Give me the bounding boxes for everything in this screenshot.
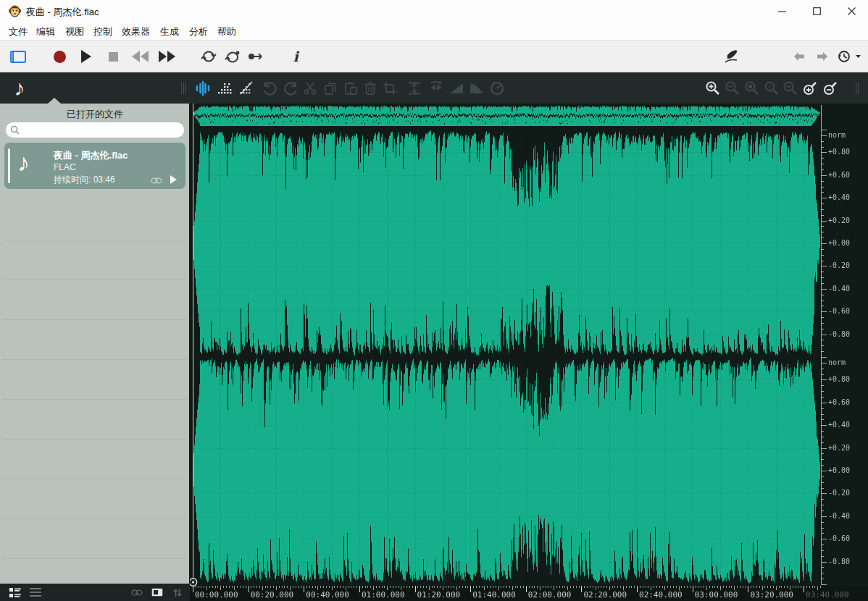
gain-icon [490,81,504,96]
zoom-selection-icon [744,80,759,96]
selection-mode-icon [10,51,26,63]
title-bar: 夜曲 - 周杰伦.flac [0,0,868,22]
redo-button[interactable] [281,72,301,104]
redo-icon [284,81,299,96]
history-icon [837,49,861,64]
record-button[interactable] [48,41,71,72]
amplitude-ruler-label: -0.80 [828,558,850,566]
minimize-button[interactable] [769,0,794,22]
time-ruler-label: 01:00.000 [362,590,405,600]
rewind-button[interactable] [127,41,153,72]
play-from-cursor-button[interactable] [244,41,267,72]
maximize-button[interactable] [804,0,829,22]
detail-view-button[interactable] [6,584,25,601]
arrow-left-icon [793,51,806,62]
file-name: 夜曲 - 周杰伦.flac [54,149,128,162]
history-button[interactable] [835,41,864,72]
arrow-right-icon [816,51,829,62]
tab-pointer [48,98,61,104]
detail-view-icon [9,588,21,597]
compact-view-button[interactable] [26,584,45,601]
paste-button[interactable] [341,72,361,104]
file-card[interactable]: ♪ 夜曲 - 周杰伦.flac FLAC 持续时间: 03:46 [4,143,185,189]
amplitude-ruler-label: +0.60 [828,398,850,406]
waveform-view-button[interactable] [193,72,213,104]
repeat-icon [201,50,217,63]
delete-button[interactable] [360,72,380,104]
selection-mode-button[interactable] [7,41,29,72]
stop-icon [109,52,118,62]
menu-generate[interactable]: 生成 [160,25,179,38]
spectrogram-off-button[interactable] [236,72,256,104]
amplitude-ruler-label: norm [828,358,846,366]
record-icon [54,51,66,63]
trim-button[interactable] [380,72,400,104]
zoom-out-button[interactable] [722,72,742,104]
zoom-selection-button[interactable] [741,72,761,104]
reverse-button[interactable] [426,72,446,104]
search-box[interactable] [6,122,184,138]
menu-effects[interactable]: 效果器 [122,25,150,38]
repeat-button[interactable] [197,41,220,72]
normalize-button[interactable] [404,72,425,104]
sort-files-button[interactable] [168,584,187,601]
fade-out-button[interactable] [467,72,487,104]
thumbnail-view-button[interactable] [148,584,167,601]
copy-icon [323,81,338,96]
fade-in-button[interactable] [446,72,467,104]
spectrogram-view-button[interactable] [214,72,235,104]
navigate-back-button[interactable] [788,41,810,72]
close-button[interactable] [839,0,864,22]
zoom-fit-button[interactable] [780,72,800,104]
menu-analyze[interactable]: 分析 [189,25,208,38]
edit-pen-button[interactable] [719,41,743,72]
menu-edit[interactable]: 编辑 [36,25,55,38]
audio-tab[interactable]: ♪ [7,72,32,104]
toolbar-grip-right[interactable] [852,72,862,104]
time-ruler-label: 02:00.000 [528,590,572,600]
play-button[interactable] [75,41,98,72]
menu-control[interactable]: 控制 [93,25,112,38]
menu-file[interactable]: 文件 [9,25,28,38]
selected-indicator [8,148,10,183]
repeat-marker-button[interactable] [221,41,244,72]
zoom-original-icon: 1 [764,80,779,96]
amplitude-ruler-label: -0.60 [828,307,850,315]
grip-icon [856,83,859,94]
play-from-cursor-icon [248,52,264,61]
link-files-button[interactable] [128,584,146,601]
search-input[interactable] [23,123,178,136]
undo-button[interactable] [259,72,280,104]
pen-icon [723,49,739,64]
maximize-icon [813,7,821,15]
fade-in-icon [449,83,464,94]
stop-button[interactable] [101,41,125,72]
copy-button[interactable] [320,72,341,104]
time-ruler-label: 00:20.000 [251,590,294,600]
vertical-zoom-out-button[interactable] [820,72,840,104]
navigate-forward-button[interactable] [811,41,833,72]
cut-button[interactable] [300,72,320,104]
fast-forward-button[interactable] [154,41,180,72]
waveform-view-icon [195,80,211,96]
wave-panel: norm+0.80+0.60+0.40+0.20+0.00-0.20-0.40-… [190,104,868,601]
music-note-icon: ♪ [14,72,25,104]
amplitude-ruler-label: -0.40 [828,285,850,293]
amplitude-ruler-label: -0.20 [828,261,850,269]
toolbar-grip[interactable] [178,72,188,104]
normalize-icon [407,81,422,96]
zoom-in-button[interactable] [702,72,722,104]
waveform-canvas[interactable] [190,104,868,601]
zoom-original-button[interactable]: 1 [761,72,781,104]
file-play-icon[interactable] [170,175,177,184]
amplitude-ruler-label: +0.20 [828,217,850,224]
vertical-zoom-in-button[interactable] [800,72,820,104]
time-ruler-label: 03:00.000 [695,590,738,600]
info-button[interactable]: i [285,41,306,72]
file-list-empty-area[interactable] [3,201,187,579]
menu-view[interactable]: 视图 [65,25,84,38]
compact-view-icon [30,588,41,597]
menu-help[interactable]: 帮助 [217,25,236,38]
gain-button[interactable] [487,72,507,104]
time-ruler-label: 03:20.000 [750,590,793,600]
